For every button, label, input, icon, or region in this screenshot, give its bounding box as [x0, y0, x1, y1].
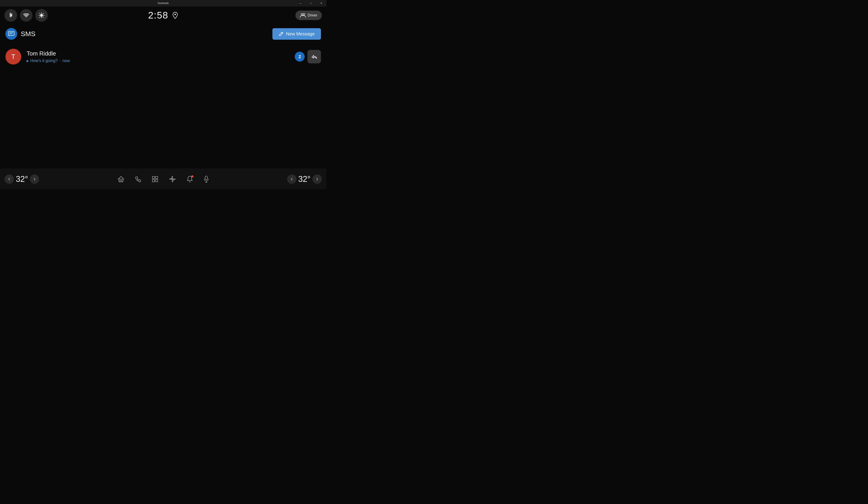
preview-dot: · [60, 59, 61, 63]
maximize-button[interactable]: □ [306, 0, 316, 6]
unread-badge: 2 [295, 52, 305, 62]
pencil-icon [279, 31, 284, 36]
new-message-label: New Message [286, 31, 314, 36]
reply-icon [311, 54, 317, 59]
sms-app-icon [6, 28, 17, 40]
message-actions: 2 [295, 50, 321, 63]
status-left-controls [4, 9, 48, 22]
grid-nav-button[interactable] [152, 176, 158, 182]
svg-rect-17 [152, 176, 155, 179]
svg-point-10 [174, 14, 176, 15]
sms-header: SMS New Message [6, 28, 321, 40]
temp-left: 32° [4, 175, 39, 184]
phone-nav-button[interactable] [135, 176, 141, 182]
temp-right: 32° [287, 175, 322, 184]
driver-label: Driver [308, 13, 317, 17]
temp-right-value: 32° [298, 175, 311, 184]
message-list: T Tom Riddle ▶ How's it going? · now 2 [6, 45, 321, 68]
bell-nav-button[interactable] [187, 176, 193, 182]
location-icon[interactable] [172, 12, 178, 19]
svg-point-0 [26, 17, 27, 18]
mic-nav-button[interactable] [204, 176, 209, 182]
svg-point-12 [303, 13, 305, 15]
contact-name: Tom Riddle [27, 50, 290, 57]
wifi-button[interactable] [20, 9, 32, 22]
time-display: 2:58 [148, 10, 168, 21]
svg-rect-13 [8, 31, 14, 35]
mic-icon [204, 176, 209, 182]
fan-icon [169, 176, 176, 182]
svg-line-8 [43, 13, 43, 14]
message-info: Tom Riddle ▶ How's it going? · now [27, 50, 290, 63]
sms-title-group: SMS [6, 28, 35, 40]
brightness-icon [39, 12, 44, 18]
svg-rect-18 [155, 176, 158, 179]
temp-right-increase-button[interactable] [312, 175, 322, 184]
svg-line-9 [40, 17, 40, 17]
preview-text: How's it going? [30, 59, 58, 63]
phone-icon [135, 176, 141, 182]
contact-avatar: T [6, 49, 21, 64]
bluetooth-icon [8, 13, 13, 18]
svg-rect-22 [205, 176, 207, 180]
message-time: now [62, 59, 70, 63]
svg-line-7 [43, 17, 43, 17]
svg-rect-19 [152, 180, 155, 182]
driver-button[interactable]: Driver [296, 11, 322, 20]
svg-line-6 [40, 13, 40, 14]
message-item[interactable]: T Tom Riddle ▶ How's it going? · now 2 [6, 45, 321, 68]
temp-left-increase-button[interactable] [30, 175, 39, 184]
temp-right-decrease-button[interactable] [287, 175, 297, 184]
window-controls: — □ ✕ [295, 0, 326, 6]
driver-icon [300, 13, 306, 18]
new-message-button[interactable]: New Message [272, 28, 321, 40]
temp-left-value: 32° [16, 175, 28, 184]
bottom-nav [117, 176, 209, 182]
bluetooth-button[interactable] [4, 9, 17, 22]
grid-icon [152, 176, 158, 182]
reply-button[interactable] [307, 50, 321, 63]
notification-dot [191, 175, 194, 178]
svg-rect-20 [155, 180, 158, 182]
status-bar: 2:58 Driver [0, 6, 326, 24]
home-nav-button[interactable] [117, 176, 124, 182]
wifi-icon [23, 13, 29, 18]
play-icon: ▶ [27, 59, 29, 63]
brightness-button[interactable] [35, 9, 48, 22]
message-preview: ▶ How's it going? · now [27, 59, 290, 63]
fan-nav-button[interactable] [169, 176, 176, 182]
status-center: 2:58 [148, 10, 178, 21]
home-icon [117, 176, 124, 182]
bottom-bar: 32° [0, 169, 326, 189]
svg-point-1 [40, 14, 43, 17]
temp-left-decrease-button[interactable] [4, 175, 14, 184]
sms-app-title: SMS [21, 30, 35, 38]
svg-point-21 [172, 178, 173, 180]
close-button[interactable]: ✕ [316, 0, 326, 6]
main-content: SMS New Message T Tom Riddle ▶ How's it … [0, 24, 326, 72]
contact-initial: T [11, 53, 16, 61]
status-right: Driver [296, 11, 322, 20]
minimize-button[interactable]: — [295, 0, 306, 6]
svg-point-11 [301, 13, 303, 15]
title-bar: Seahawk — □ ✕ [0, 0, 326, 6]
window-title: Seahawk [157, 2, 168, 5]
